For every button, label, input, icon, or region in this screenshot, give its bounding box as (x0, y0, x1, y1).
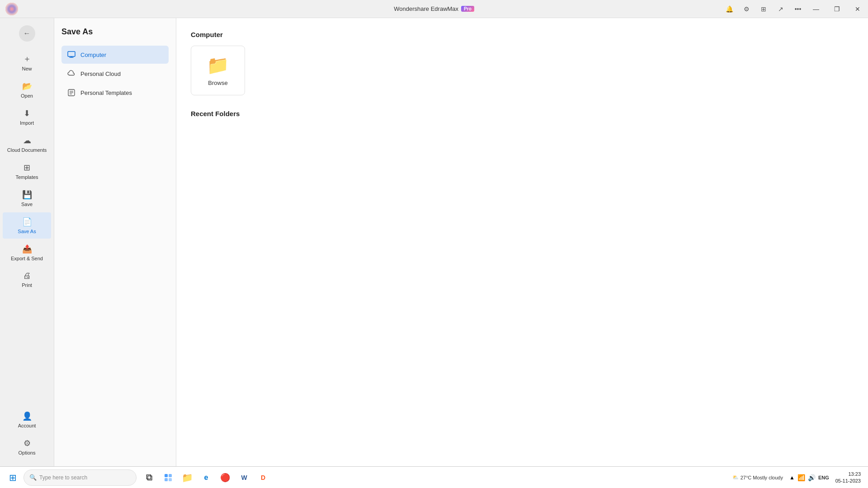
windows-logo-icon: ⊞ (9, 472, 17, 483)
computer-icon (67, 50, 76, 59)
sidebar-item-label: Save (21, 202, 33, 207)
nav-bottom: 👤 Account ⚙ Options (0, 407, 54, 466)
app-title: Wondershare EdrawMax Pro (394, 5, 474, 12)
clock[interactable]: 13:23 05-11-2023 (832, 470, 864, 485)
search-placeholder: Type here to search (39, 474, 87, 481)
sidebar-item-print[interactable]: 🖨 Print (3, 267, 51, 292)
language-badge[interactable]: ENG (818, 475, 829, 480)
volume-icon[interactable]: 🔊 (808, 474, 816, 481)
svg-rect-9 (169, 474, 172, 477)
cloud-icon: ☁ (23, 136, 31, 145)
sidebar-item-label: Cloud Documents (7, 147, 47, 153)
share-icon[interactable]: ↗ (774, 2, 788, 16)
search-icon: 🔍 (29, 474, 37, 481)
svg-rect-11 (169, 478, 172, 481)
computer-label: Computer (80, 52, 106, 58)
file-explorer-button[interactable]: 📁 (178, 469, 196, 487)
save-as-computer[interactable]: Computer (61, 46, 169, 64)
sidebar-item-label: Account (18, 423, 36, 428)
svg-point-0 (5, 3, 18, 15)
edrawmax-button[interactable]: D (254, 469, 272, 487)
restore-button[interactable]: ❐ (826, 0, 847, 18)
sidebar-item-label: Open (21, 93, 33, 99)
word-button[interactable]: W (235, 469, 253, 487)
time-display: 13:23 (848, 471, 861, 477)
sidebar-item-save[interactable]: 💾 Save (3, 185, 51, 211)
sidebar-item-options[interactable]: ⚙ Options (3, 434, 51, 460)
widgets-button[interactable] (159, 469, 177, 487)
content-title: Computer (191, 31, 854, 38)
svg-rect-1 (68, 52, 75, 56)
folder-icon: 📁 (207, 55, 229, 76)
sidebar-item-open[interactable]: 📂 Open (3, 77, 51, 103)
settings-icon[interactable]: ⚙ (740, 2, 753, 16)
sidebar-item-import[interactable]: ⬇ Import (3, 104, 51, 130)
sidebar-item-label: Export & Send (11, 256, 43, 261)
titlebar-actions: 🔔 ⚙ ⊞ ↗ ••• (722, 0, 805, 18)
personal-templates-label: Personal Templates (80, 89, 132, 96)
left-navigation: ← ＋ New 📂 Open ⬇ Import ☁ Cloud Document… (0, 18, 54, 466)
pro-badge: Pro (461, 6, 474, 12)
options-icon: ⚙ (24, 438, 31, 448)
more-icon[interactable]: ••• (791, 2, 805, 16)
taskbar-apps: ⧉ 📁 e 🔴 W D (140, 469, 272, 487)
save-as-panel: Save As Computer Personal Cloud (54, 18, 176, 466)
minimize-button[interactable]: — (806, 0, 826, 18)
taskview-button[interactable]: ⧉ (140, 469, 158, 487)
weather-info[interactable]: ⛅ 27°C Mostly cloudy (732, 474, 783, 480)
sidebar-item-label: Import (20, 120, 34, 126)
print-icon: 🖨 (23, 271, 31, 281)
browse-label: Browse (208, 80, 227, 86)
templates-icon: ⊞ (24, 163, 30, 173)
import-icon: ⬇ (24, 108, 30, 118)
sidebar-item-label: Save As (18, 229, 36, 234)
taskbar: ⊞ 🔍 Type here to search ⧉ 📁 e 🔴 W D ⛅ 27… (0, 466, 868, 488)
system-tray-arrow[interactable]: ▲ (789, 474, 795, 481)
sidebar-item-label: Options (19, 450, 36, 455)
save-as-personal-templates[interactable]: Personal Templates (61, 84, 169, 102)
personal-cloud-label: Personal Cloud (80, 70, 121, 77)
main-content: ← ＋ New 📂 Open ⬇ Import ☁ Cloud Document… (0, 18, 868, 466)
panel-title: Save As (61, 27, 169, 37)
open-icon: 📂 (22, 81, 32, 91)
start-button[interactable]: ⊞ (4, 469, 22, 487)
right-content: Computer 📁 Browse Recent Folders (176, 18, 868, 466)
browse-card[interactable]: 📁 Browse (191, 46, 245, 95)
account-icon: 👤 (22, 411, 32, 421)
save-icon: 💾 (22, 190, 32, 200)
layout-icon[interactable]: ⊞ (757, 2, 770, 16)
svg-rect-8 (165, 474, 168, 477)
browser-button[interactable]: 🔴 (216, 469, 234, 487)
weather-text: 27°C Mostly cloudy (741, 475, 783, 480)
sidebar-item-label: New (22, 66, 32, 71)
personal-cloud-icon (67, 69, 76, 78)
sidebar-item-label: Print (22, 282, 32, 288)
avatar[interactable] (5, 3, 18, 15)
save-as-personal-cloud[interactable]: Personal Cloud (61, 65, 169, 83)
new-icon: ＋ (23, 53, 31, 64)
svg-rect-10 (165, 478, 168, 481)
sidebar-item-account[interactable]: 👤 Account (3, 407, 51, 433)
close-button[interactable]: ✕ (847, 0, 868, 18)
network-icon[interactable]: 📶 (797, 474, 805, 481)
sidebar-item-label: Templates (15, 174, 38, 180)
notification-icon[interactable]: 🔔 (722, 2, 736, 16)
export-icon: 📤 (22, 244, 32, 254)
weather-icon: ⛅ (732, 474, 739, 480)
recent-folders-title: Recent Folders (191, 110, 854, 117)
sidebar-item-export-send[interactable]: 📤 Export & Send (3, 239, 51, 266)
sidebar-item-cloud-documents[interactable]: ☁ Cloud Documents (3, 131, 51, 157)
back-button[interactable]: ← (19, 25, 35, 42)
sidebar-item-templates[interactable]: ⊞ Templates (3, 158, 51, 184)
edge-button[interactable]: e (197, 469, 215, 487)
date-display: 05-11-2023 (835, 478, 861, 484)
window-controls: — ❐ ✕ (806, 0, 868, 18)
taskbar-right: ⛅ 27°C Mostly cloudy ▲ 📶 🔊 ENG 13:23 05-… (732, 470, 864, 485)
titlebar: Wondershare EdrawMax Pro 🔔 ⚙ ⊞ ↗ ••• — ❐… (0, 0, 868, 18)
sidebar-item-new[interactable]: ＋ New (3, 49, 51, 76)
sidebar-item-save-as[interactable]: 📄 Save As (3, 212, 51, 239)
taskbar-search[interactable]: 🔍 Type here to search (24, 469, 137, 486)
save-as-icon: 📄 (22, 217, 32, 227)
personal-templates-icon (67, 88, 76, 97)
